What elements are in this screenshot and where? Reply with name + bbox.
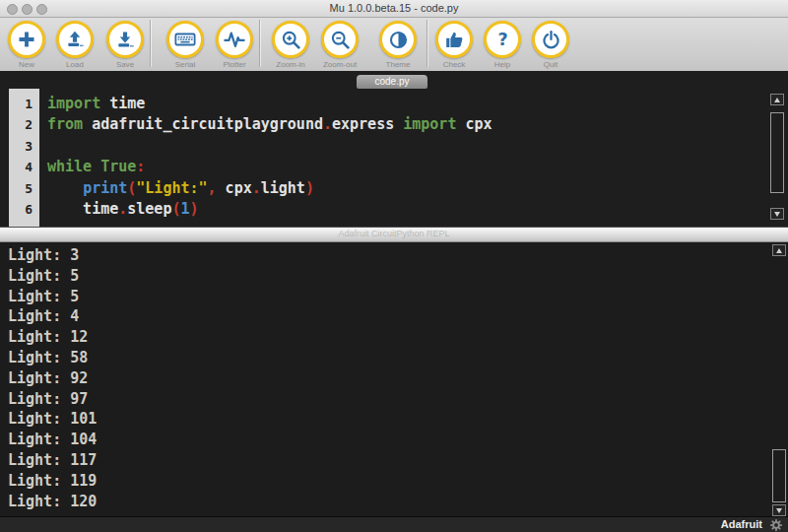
toolbar-button-label: Check: [443, 60, 466, 69]
tab-bar: code.py: [0, 71, 788, 89]
console-line: Light: 97: [8, 389, 97, 410]
contrast-icon: [388, 30, 409, 50]
mode-label: Adafruit: [721, 517, 762, 532]
scroll-down-button[interactable]: [772, 504, 786, 516]
toolbar-separator: [150, 20, 151, 67]
console-line: Light: 117: [8, 450, 97, 471]
chevron-down-icon: [776, 508, 782, 513]
svg-text:?: ?: [497, 30, 507, 49]
console-line: Light: 3: [8, 245, 97, 266]
zoom-out-icon: [330, 30, 351, 50]
toolbar-button-label: Zoom-out: [323, 60, 357, 69]
code-line: print("Light:", cpx.light): [47, 178, 768, 199]
toolbar-load-button[interactable]: Load: [56, 21, 94, 58]
editor-line-numbers: 123456: [9, 94, 39, 220]
toolbar-button-label: Load: [66, 60, 84, 69]
download-icon: [115, 30, 135, 49]
chevron-down-icon: [774, 212, 780, 217]
console-line: Light: 12: [8, 327, 97, 348]
scroll-up-button[interactable]: [770, 94, 784, 105]
splitter-label: Adafruit CircuitPython REPL: [338, 229, 449, 238]
pane-splitter[interactable]: Adafruit CircuitPython REPL: [0, 227, 788, 242]
toolbar-serial-button[interactable]: Serial: [166, 21, 204, 58]
pulse-icon: [224, 29, 245, 50]
toolbar: NewLoadSaveSerialPlotterZoom-inZoom-outT…: [0, 18, 788, 71]
question-icon: ?: [492, 30, 513, 50]
toolbar-check-button[interactable]: Check: [435, 21, 473, 58]
line-number: 4: [9, 157, 39, 177]
code-line: time.sleep(1): [47, 199, 768, 220]
console-line: Light: 4: [8, 306, 97, 327]
toolbar-separator: [427, 20, 427, 67]
line-number: 5: [9, 178, 39, 199]
scroll-down-button[interactable]: [770, 208, 784, 220]
console-line: Light: 101: [8, 409, 97, 430]
toolbar-zoom-out-button[interactable]: Zoom-out: [321, 21, 359, 58]
tab-code-py[interactable]: code.py: [357, 75, 427, 89]
upload-icon: [65, 30, 85, 49]
toolbar-quit-button[interactable]: Quit: [532, 21, 569, 58]
keyboard-icon: [174, 29, 196, 50]
console-line: Light: 120: [8, 492, 97, 512]
toolbar-separator: [259, 20, 260, 67]
toolbar-plotter-button[interactable]: Plotter: [216, 21, 253, 58]
console-line: Light: 92: [8, 368, 97, 389]
console-line: Light: 5: [8, 287, 97, 307]
toolbar-new-button[interactable]: New: [8, 21, 45, 58]
scrollbar-thumb[interactable]: [772, 449, 786, 502]
toolbar-button-label: Save: [116, 60, 134, 69]
toolbar-button-label: Plotter: [223, 60, 245, 69]
console-line: Light: 5: [8, 266, 97, 287]
status-bar: Adafruit: [0, 516, 788, 532]
scroll-up-button[interactable]: [772, 244, 786, 256]
line-number: 2: [9, 114, 39, 135]
titlebar: Mu 1.0.0.beta.15 - code.py: [0, 0, 788, 18]
console-line: Light: 119: [8, 471, 97, 492]
code-line: from adafruit_circuitplayground.express …: [47, 114, 768, 135]
editor-code[interactable]: import timefrom adafruit_circuitplaygrou…: [47, 94, 768, 220]
console-line: Light: 58: [8, 348, 97, 368]
toolbar-button-label: Theme: [386, 60, 411, 69]
toolbar-help-button[interactable]: ?Help: [484, 21, 521, 58]
toolbar-button-label: Serial: [175, 60, 195, 69]
thumbs-up-icon: [444, 30, 465, 50]
window-title: Mu 1.0.0.beta.15 - code.py: [0, 0, 788, 18]
chevron-up-icon: [774, 98, 780, 102]
scrollbar-thumb[interactable]: [770, 112, 784, 193]
toolbar-zoom-in-button[interactable]: Zoom-in: [272, 21, 309, 58]
toolbar-button-label: New: [19, 60, 34, 69]
toolbar-button-label: Zoom-in: [276, 60, 304, 69]
zoom-in-icon: [281, 30, 301, 50]
line-number: 1: [9, 94, 39, 114]
toolbar-theme-button[interactable]: Theme: [379, 21, 417, 58]
gear-icon[interactable]: [769, 518, 783, 532]
code-line: [47, 136, 768, 157]
console-output: Light: 3Light: 5Light: 5Light: 4Light: 1…: [8, 245, 97, 511]
toolbar-button-label: Help: [494, 60, 510, 69]
code-line: while True:: [47, 157, 768, 177]
plus-icon: [17, 30, 36, 49]
power-icon: [541, 30, 561, 50]
toolbar-save-button[interactable]: Save: [106, 21, 144, 58]
console-line: Light: 104: [8, 430, 97, 450]
chevron-up-icon: [776, 248, 782, 253]
editor-pane[interactable]: 123456 import timefrom adafruit_circuitp…: [0, 89, 788, 227]
toolbar-button-label: Quit: [544, 60, 558, 69]
serial-console[interactable]: Light: 3Light: 5Light: 5Light: 4Light: 1…: [0, 242, 788, 516]
line-number: 6: [9, 199, 39, 220]
code-line: import time: [47, 94, 768, 114]
line-number: 3: [9, 136, 39, 157]
